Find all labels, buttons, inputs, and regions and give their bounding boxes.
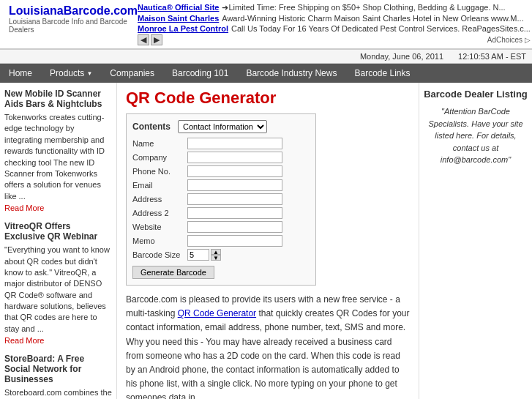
sidebar-article-3-body: Storeboard.com combines the functionalit…	[4, 387, 112, 399]
ad-line-3: Monroe La Pest Control Call Us Today For…	[138, 24, 531, 33]
qr-barcode-size-input[interactable]	[187, 249, 209, 261]
qr-form-row-memo: Memo	[132, 235, 310, 247]
qr-form-row-email: Email	[132, 179, 310, 191]
qr-form-row-barcodesize: Barcode Size ▲ ▼	[132, 249, 310, 261]
generate-barcode-button[interactable]: Generate Barcode	[132, 266, 214, 279]
ad-title-2[interactable]: Maison Saint Charles	[138, 14, 219, 23]
qr-field-input-memo[interactable]	[187, 235, 282, 247]
time-label: 12:10:53 AM - EST	[458, 52, 526, 61]
size-up-button[interactable]: ▲	[211, 249, 221, 255]
center-content: QR Code Generator Contents Contact Infor…	[117, 83, 419, 399]
qr-form-header: Contents Contact Information	[132, 120, 310, 133]
sidebar-article-2-body: "Everything you want to know about QR co…	[4, 245, 112, 335]
size-down-button[interactable]: ▼	[211, 255, 221, 261]
dealer-listing: Barcode Dealer Listing "Attention BarCod…	[424, 89, 528, 166]
qr-section-title: QR Code Generator	[126, 89, 410, 108]
sidebar-article-1-readmore[interactable]: Read More	[4, 204, 112, 212]
qr-field-input-company[interactable]	[187, 152, 282, 163]
sidebar-article-1: New Mobile ID Scanner Aids Bars & Nightc…	[4, 89, 112, 212]
nav-label-products: Products	[50, 68, 84, 78]
ad-line-1: Nautica® Official Site ➜ Limited Time: F…	[138, 3, 531, 12]
qr-field-label-barcodesize: Barcode Size	[132, 250, 187, 259]
dealer-listing-body: "Attention BarCode Specialists. Have you…	[424, 105, 528, 166]
sidebar-article-3-title: StoreBoard: A Free Social Network for Bu…	[4, 354, 112, 384]
left-sidebar: New Mobile ID Scanner Aids Bars & Nightc…	[0, 83, 117, 399]
qr-field-label-address2: Address 2	[132, 209, 187, 217]
qr-form-row-phone: Phone No.	[132, 165, 310, 177]
sidebar-article-2-title: VitreoQR Offers Exclusive QR Webinar	[4, 221, 112, 242]
qr-field-label-phone: Phone No.	[132, 167, 187, 176]
ad-title-1[interactable]: Nautica® Official Site	[138, 3, 219, 12]
nav-item-products[interactable]: Products ▼	[41, 64, 101, 83]
ad-title-3[interactable]: Monroe La Pest Control	[138, 24, 228, 33]
qr-form-row-website: Website	[132, 221, 310, 233]
adchoices-label[interactable]: AdChoices ▷	[487, 36, 531, 44]
qr-field-input-address[interactable]	[187, 193, 282, 205]
ad-desc-3: Call Us Today For 16 Years Of Dedicated …	[231, 24, 531, 33]
sidebar-article-2-readmore[interactable]: Read More	[4, 336, 112, 345]
sidebar-article-2: VitreoQR Offers Exclusive QR Webinar "Ev…	[4, 221, 112, 345]
qr-field-input-email[interactable]	[187, 179, 282, 191]
site-logo[interactable]: LouisianaBarcode.com	[9, 4, 129, 18]
ad-line-2: Maison Saint Charles Award-Winning Histo…	[138, 14, 531, 23]
qr-field-input-address2[interactable]	[187, 207, 282, 219]
qr-field-input-name[interactable]	[187, 138, 282, 149]
ad-prev-button[interactable]: ◀	[138, 34, 149, 45]
nav-label-industry-news: Barcode Industry News	[246, 68, 337, 78]
nav-item-industry-news[interactable]: Barcode Industry News	[237, 64, 345, 83]
nav-item-companies[interactable]: Companies	[101, 64, 163, 83]
sidebar-article-1-title: New Mobile ID Scanner Aids Bars & Nightc…	[4, 89, 112, 109]
qr-field-label-address: Address	[132, 195, 187, 204]
date-label: Monday, June 06, 2011	[360, 52, 443, 61]
qr-description: Barcode.com is pleased to provide its us…	[126, 293, 410, 399]
ad-nav-row: ◀ ▶ AdChoices ▷	[138, 34, 531, 45]
size-updown: ▲ ▼	[211, 249, 221, 261]
qr-form-row-company: Company	[132, 152, 310, 163]
nav-label-home: Home	[9, 68, 32, 78]
nav-arrow-products: ▼	[86, 70, 92, 77]
main-layout: New Mobile ID Scanner Aids Bars & Nightc…	[0, 83, 532, 399]
qr-field-label-memo: Memo	[132, 236, 187, 245]
ad-desc-1: Limited Time: Free Shipping on $50+ Shop…	[228, 3, 505, 12]
nav-label-companies: Companies	[110, 68, 154, 78]
ads-area: Nautica® Official Site ➜ Limited Time: F…	[135, 1, 532, 47]
qr-form-row-name: Name	[132, 138, 310, 149]
qr-form-contents-label: Contents	[132, 122, 171, 132]
nav-item-barcoding101[interactable]: Barcoding 101	[163, 64, 237, 83]
qr-form-row-address: Address	[132, 193, 310, 205]
qr-field-label-company: Company	[132, 153, 187, 162]
nav-item-home[interactable]: Home	[0, 64, 41, 83]
qr-contact-type-select[interactable]: Contact Information	[178, 120, 267, 133]
qr-form-box: Contents Contact Information Name Compan…	[126, 113, 316, 286]
ad-next-button[interactable]: ▶	[151, 34, 162, 45]
qr-field-label-email: Email	[132, 181, 187, 190]
qr-desc-text-2: that quickly creates QR Codes for your c…	[126, 308, 410, 399]
qr-field-label-website: Website	[132, 223, 187, 231]
logo-area: LouisianaBarcode.com Louisiana Barcode I…	[3, 1, 135, 37]
sidebar-article-1-body: Tokenworks creates cutting-edge technolo…	[4, 112, 112, 202]
qr-field-input-website[interactable]	[187, 221, 282, 233]
qr-field-label-name: Name	[132, 139, 187, 148]
nav-bar: Home Products ▼ Companies Barcoding 101 …	[0, 64, 532, 83]
right-sidebar: Barcode Dealer Listing "Attention BarCod…	[419, 83, 532, 399]
nav-label-barcoding101: Barcoding 101	[172, 68, 228, 78]
qr-code-generator-link[interactable]: QR Code Generator	[178, 308, 256, 318]
ad-banner: LouisianaBarcode.com Louisiana Barcode I…	[0, 0, 532, 49]
nav-item-links[interactable]: Barcode Links	[345, 64, 419, 83]
nav-label-links: Barcode Links	[354, 68, 410, 78]
sidebar-article-3: StoreBoard: A Free Social Network for Bu…	[4, 354, 112, 399]
qr-field-input-phone[interactable]	[187, 165, 282, 177]
date-bar: Monday, June 06, 2011 12:10:53 AM - EST	[0, 49, 532, 64]
qr-form-row-address2: Address 2	[132, 207, 310, 219]
size-controls: ▲ ▼	[187, 249, 221, 261]
site-subtitle: Louisiana Barcode Info and Barcode Deale…	[9, 18, 129, 34]
ad-arrow-1: ➜	[222, 3, 228, 12]
qr-section: QR Code Generator Contents Contact Infor…	[126, 89, 410, 399]
dealer-listing-title: Barcode Dealer Listing	[424, 89, 528, 100]
ad-desc-2: Award-Winning Historic Charm Maison Sain…	[222, 14, 523, 23]
